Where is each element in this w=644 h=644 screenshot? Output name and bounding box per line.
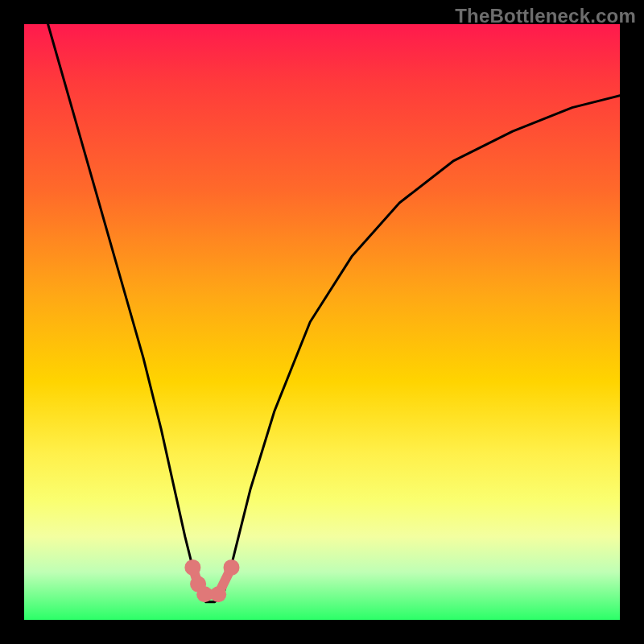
marker-mk4: [210, 586, 226, 602]
marker-mk5: [224, 559, 240, 576]
bottleneck-curve: [48, 24, 620, 602]
plot-area: [24, 24, 620, 620]
marker-mk1: [184, 559, 200, 576]
plot-svg: [24, 24, 620, 620]
watermark-text: TheBottleneck.com: [455, 5, 636, 27]
